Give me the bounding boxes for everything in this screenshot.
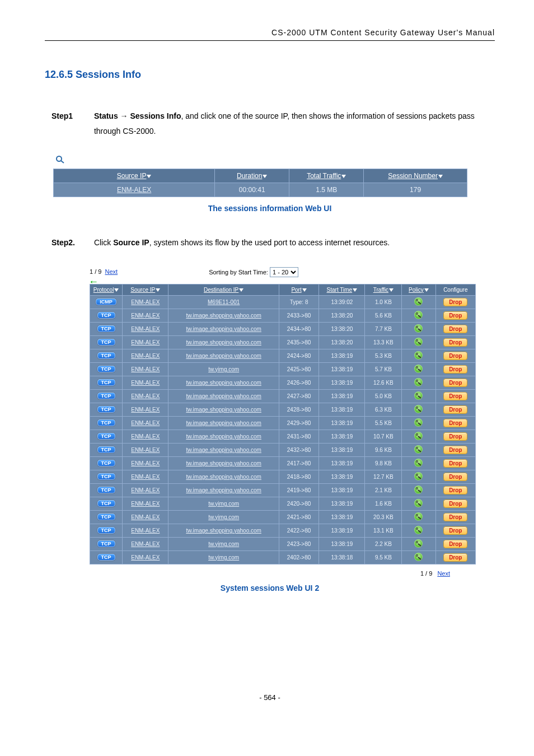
source-ip-link[interactable]: ENM-ALEX (131, 366, 160, 372)
dest-ip-link[interactable]: tw.image.shopping.yahoo.com (186, 487, 261, 493)
policy-edit-icon[interactable] (414, 365, 423, 373)
policy-edit-icon[interactable] (414, 418, 423, 427)
dest-ip-link[interactable]: tw.yimg.com (208, 501, 239, 507)
policy-edit-icon[interactable] (414, 338, 423, 346)
sort-range-select[interactable]: 1 - 20 (270, 267, 298, 277)
drop-button[interactable]: Drop (443, 526, 467, 535)
source-ip-link[interactable]: ENM-ALEX (131, 487, 160, 493)
policy-edit-icon[interactable] (414, 351, 423, 360)
drop-button[interactable]: Drop (443, 405, 467, 414)
drop-button[interactable]: Drop (443, 298, 467, 306)
col-source-ip[interactable]: Source IP (117, 172, 147, 180)
drop-button[interactable]: Drop (443, 392, 467, 400)
dest-ip-link[interactable]: tw.image.shopping.yahoo.com (186, 474, 261, 480)
dest-ip-link[interactable]: tw.image.shopping.yahoo.com (186, 393, 261, 399)
drop-button[interactable]: Drop (443, 379, 467, 387)
dest-ip-link[interactable]: tw.image.shopping.yahoo.com (186, 460, 261, 466)
col-source-ip[interactable]: Source IP (123, 284, 168, 295)
policy-edit-icon[interactable] (414, 432, 423, 440)
drop-button[interactable]: Drop (443, 540, 467, 548)
protocol-badge: TCP (97, 312, 115, 319)
policy-edit-icon[interactable] (414, 391, 423, 400)
policy-edit-icon[interactable] (414, 445, 423, 454)
source-ip-link[interactable]: ENM-ALEX (131, 541, 160, 547)
dest-ip-link[interactable]: tw.yimg.com (208, 554, 239, 561)
table-row: TCPENM-ALEXtw.image.shopping.yahoo.com24… (90, 483, 476, 497)
policy-edit-icon[interactable] (414, 297, 423, 306)
dest-ip-link[interactable]: tw.yimg.com (208, 514, 239, 520)
sort-arrow-icon (438, 175, 443, 178)
source-ip-link[interactable]: ENM-ALEX (131, 501, 160, 507)
policy-edit-icon[interactable] (414, 512, 423, 521)
policy-edit-icon[interactable] (414, 472, 423, 480)
policy-edit-icon[interactable] (414, 499, 423, 507)
policy-edit-icon[interactable] (414, 486, 423, 494)
dest-ip-link[interactable]: tw.image.shopping.yahoo.com (186, 353, 261, 359)
source-ip-link[interactable]: ENM-ALEX (131, 393, 160, 399)
drop-button[interactable]: Drop (443, 432, 467, 441)
dest-ip-link[interactable]: tw.image.shopping.yahoo.com (186, 339, 261, 346)
source-ip-link[interactable]: ENM-ALEX (131, 312, 160, 319)
dest-ip-link[interactable]: tw.yimg.com (208, 541, 239, 547)
col-dest-ip[interactable]: Destination IP (168, 284, 279, 295)
dest-ip-link[interactable]: tw.image.shopping.yahoo.com (186, 433, 261, 440)
source-ip-link[interactable]: ENM-ALEX (131, 339, 160, 346)
protocol-badge: TCP (97, 514, 115, 520)
pager-next-link[interactable]: Next (105, 268, 118, 275)
source-ip-link[interactable]: ENM-ALEX (131, 380, 160, 386)
traffic-value: 1.0 KB (375, 299, 392, 305)
dest-ip-link[interactable]: tw.image.shopping.yahoo.com (186, 326, 261, 332)
drop-button[interactable]: Drop (443, 500, 467, 508)
policy-edit-icon[interactable] (414, 378, 423, 386)
back-arrow-icon[interactable]: ← (88, 279, 495, 284)
drop-button[interactable]: Drop (443, 311, 467, 320)
drop-button[interactable]: Drop (443, 473, 467, 481)
source-ip-link[interactable]: ENM-ALEX (131, 420, 160, 426)
dest-ip-link[interactable]: tw.image.shopping.yahoo.com (186, 380, 261, 386)
policy-edit-icon[interactable] (414, 459, 423, 467)
drop-button[interactable]: Drop (443, 365, 467, 374)
policy-edit-icon[interactable] (414, 526, 423, 534)
dest-ip-link[interactable]: M69E11-001 (208, 299, 240, 305)
pager-bottom-next-link[interactable]: Next (437, 570, 450, 577)
source-ip-link[interactable]: ENM-ALEX (131, 554, 160, 561)
drop-button[interactable]: Drop (443, 446, 467, 454)
policy-edit-icon[interactable] (414, 311, 423, 319)
source-ip-link[interactable]: ENM-ALEX (131, 353, 160, 359)
drop-button[interactable]: Drop (443, 459, 467, 468)
policy-edit-icon[interactable] (414, 539, 423, 548)
policy-edit-icon[interactable] (414, 553, 423, 561)
source-ip-link[interactable]: ENM-ALEX (131, 433, 160, 440)
drop-button[interactable]: Drop (443, 486, 467, 494)
dest-ip-link[interactable]: tw.image.shopping.yahoo.com (186, 528, 261, 534)
source-ip-link[interactable]: ENM-ALEX (131, 528, 160, 534)
drop-button[interactable]: Drop (443, 338, 467, 347)
drop-button[interactable]: Drop (443, 553, 467, 562)
col-total-traffic[interactable]: Total Traffic (307, 172, 341, 180)
dest-ip-link[interactable]: tw.yimg.com (208, 366, 239, 372)
source-ip-link[interactable]: ENM-ALEX (131, 514, 160, 520)
col-session-number[interactable]: Session Number (388, 172, 438, 180)
dest-ip-link[interactable]: tw.image.shopping.yahoo.com (186, 407, 261, 413)
source-ip-link[interactable]: ENM-ALEX (131, 474, 160, 480)
dest-ip-link[interactable]: tw.image.shopping.yahoo.com (186, 447, 261, 453)
col-traffic[interactable]: Traffic (365, 284, 402, 295)
col-port[interactable]: Port (279, 284, 318, 295)
source-ip-link[interactable]: ENM-ALEX (131, 447, 160, 453)
source-ip-link[interactable]: ENM-ALEX (131, 326, 160, 332)
col-duration[interactable]: Duration (237, 172, 262, 180)
source-ip-link[interactable]: ENM-ALEX (131, 299, 160, 305)
drop-button[interactable]: Drop (443, 419, 467, 427)
col-start-time[interactable]: Start Time (319, 284, 365, 295)
col-policy[interactable]: Policy (402, 284, 435, 295)
policy-edit-icon[interactable] (414, 324, 423, 333)
policy-edit-icon[interactable] (414, 405, 423, 413)
drop-button[interactable]: Drop (443, 325, 467, 333)
drop-button[interactable]: Drop (443, 513, 467, 521)
dest-ip-link[interactable]: tw.image.shopping.yahoo.com (186, 312, 261, 319)
drop-button[interactable]: Drop (443, 352, 467, 360)
source-ip-link[interactable]: ENM-ALEX (131, 407, 160, 413)
source-ip-link[interactable]: ENM-ALEX (131, 460, 160, 466)
dest-ip-link[interactable]: tw.image.shopping.yahoo.com (186, 420, 261, 426)
source-ip-link[interactable]: ENM-ALEX (117, 186, 151, 194)
